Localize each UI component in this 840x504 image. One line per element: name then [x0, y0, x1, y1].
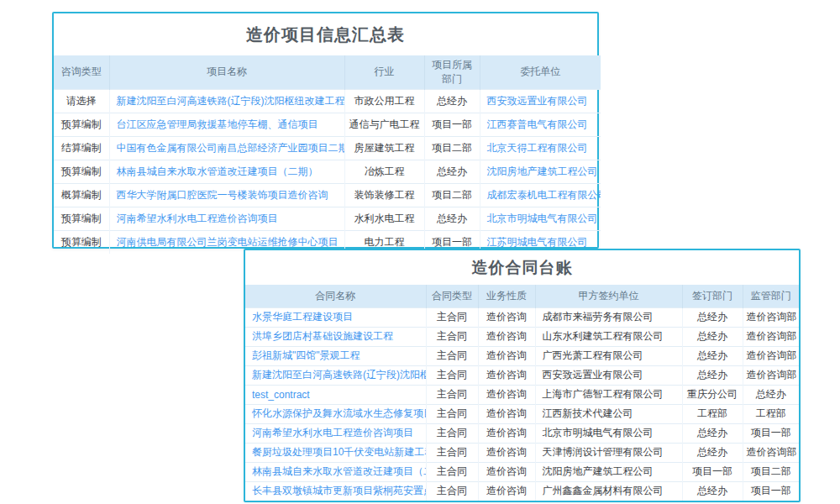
col-signing-dept: 签订部门 — [682, 285, 743, 307]
supervising-dept-cell: 造价咨询部 — [743, 327, 799, 346]
department-cell: 项目二部 — [424, 183, 480, 207]
contract-type-cell: 主合同 — [426, 404, 478, 423]
signing-dept-cell: 总经办 — [682, 346, 743, 365]
client-link[interactable]: 西安致远置业有限公司 — [480, 89, 601, 113]
contract-header-row: 合同名称合同类型业务性质甲方签约单位签订部门监管部门 — [245, 285, 799, 307]
summary-table-title: 造价项目信息汇总表 — [54, 13, 597, 55]
supervising-dept-cell: 造价咨询部 — [743, 346, 799, 365]
contract-name-link[interactable]: 河南希望水利水电工程造价咨询项目 — [245, 423, 426, 443]
contract-name-link[interactable]: 新建沈阳至白河高速铁路(辽宁段)沈阳枢纽 — [245, 365, 426, 385]
business-nature-cell: 造价咨询 — [478, 327, 535, 346]
industry-cell: 冶炼工程 — [344, 160, 424, 183]
signing-dept-cell: 总经办 — [682, 481, 743, 501]
contract-type-cell: 主合同 — [426, 443, 478, 462]
consult-type-select[interactable]: 结算编制 — [54, 136, 109, 160]
client-link[interactable]: 北京天得工程有限公司 — [480, 136, 601, 160]
supervising-dept-cell: 工程部 — [743, 404, 799, 423]
table-row: 概算编制西华大学附属口腔医院一号楼装饰项目造价咨询装饰装修工程项目二部成都宏泰机… — [54, 183, 601, 207]
contract-type-cell: 主合同 — [426, 327, 478, 346]
party-a-cell: 山东水利建筑工程有限公司 — [535, 327, 682, 346]
project-name-link[interactable]: 中国有色金属有限公司南昌总部经济产业园项目二期 — [109, 136, 344, 160]
table-row: 彭祖新城"四馆"景观工程主合同造价咨询广西光萧工程有限公司总经办造价咨询部 — [245, 346, 799, 365]
party-a-cell: 广州鑫鑫金属材料有限公司 — [535, 481, 682, 501]
department-cell: 项目二部 — [424, 136, 480, 160]
client-link[interactable]: 北京市明城电气有限公司 — [480, 207, 601, 230]
signing-dept-cell: 重庆分公司 — [682, 385, 743, 404]
signing-dept-cell: 总经办 — [682, 365, 743, 385]
table-row: 预算编制河南希望水利水电工程造价咨询项目水利水电工程总经办北京市明城电气有限公司 — [54, 207, 601, 230]
table-row: 林南县城自来水取水管道改迁建项目（二期主合同造价咨询沈阳房地产建筑工程公司项目一… — [245, 462, 799, 481]
contract-type-cell: 主合同 — [426, 385, 478, 404]
contract-ledger-panel: 造价合同台账 合同名称合同类型业务性质甲方签约单位签订部门监管部门 水景华庭工程… — [244, 249, 801, 502]
business-nature-cell: 造价咨询 — [478, 346, 535, 365]
table-row: 预算编制林南县城自来水取水管道改迁建项目（二期）冶炼工程总经办沈阳房地产建筑工程… — [54, 160, 601, 183]
industry-cell: 通信与广电工程 — [344, 113, 424, 136]
summary-table-body: 请选择新建沈阳至白河高速铁路(辽宁段)沈阳枢纽改建工程市政公用工程总经办西安致远… — [54, 89, 601, 254]
col-consult-type: 咨询类型 — [54, 55, 109, 89]
contract-type-cell: 主合同 — [426, 423, 478, 443]
project-name-link[interactable]: 河南希望水利水电工程造价咨询项目 — [109, 207, 344, 230]
contract-table-body: 水景华庭工程建设项目主合同造价咨询成都市来福劳务有限公司总经办造价咨询部洪埠乡团… — [245, 307, 799, 501]
department-cell: 项目一部 — [424, 113, 480, 136]
signing-dept-cell: 总经办 — [682, 327, 743, 346]
business-nature-cell: 造价咨询 — [478, 365, 535, 385]
table-row: 餐厨垃圾处理项目10千伏变电站新建工程主合同造价咨询天津博润设计管理有限公司总经… — [245, 443, 799, 462]
project-name-link[interactable]: 新建沈阳至白河高速铁路(辽宁段)沈阳枢纽改建工程 — [109, 89, 344, 113]
contract-ledger-title: 造价合同台账 — [245, 250, 799, 285]
col-project-name: 项目名称 — [109, 55, 344, 89]
project-name-link[interactable]: 西华大学附属口腔医院一号楼装饰项目造价咨询 — [109, 183, 344, 207]
client-link[interactable]: 沈阳房地产建筑工程公司 — [480, 160, 601, 183]
col-contract-type: 合同类型 — [426, 285, 478, 307]
client-link[interactable]: 成都宏泰机电工程有限公司 — [480, 183, 601, 207]
consult-type-select[interactable]: 预算编制 — [54, 230, 109, 254]
col-supervising-dept: 监管部门 — [743, 285, 799, 307]
col-industry: 行业 — [344, 55, 424, 89]
contract-type-cell: 主合同 — [426, 365, 478, 385]
department-cell: 总经办 — [424, 160, 480, 183]
col-business-nature: 业务性质 — [478, 285, 535, 307]
contract-name-link[interactable]: 长丰县双墩镇城市更新项目紫桐苑安置点 — [245, 481, 426, 501]
table-row: 怀化水源保护及舞水流域水生态修复项目合主合同造价咨询江西新技术代建公司工程部工程… — [245, 404, 799, 423]
summary-table-panel: 造价项目信息汇总表 咨询类型项目名称行业项目所属部门委托单位 请选择新建沈阳至白… — [52, 12, 599, 249]
supervising-dept-cell: 项目一部 — [743, 423, 799, 443]
consult-type-select[interactable]: 预算编制 — [54, 160, 109, 183]
industry-cell: 房屋建筑工程 — [344, 136, 424, 160]
consult-type-select[interactable]: 请选择 — [54, 89, 109, 113]
summary-table: 咨询类型项目名称行业项目所属部门委托单位 请选择新建沈阳至白河高速铁路(辽宁段)… — [54, 55, 601, 254]
client-link[interactable]: 江西赛普电气有限公司 — [480, 113, 601, 136]
contract-type-cell: 主合同 — [426, 462, 478, 481]
department-cell: 总经办 — [424, 89, 480, 113]
table-row: 预算编制台江区应急管理局救援基地停车棚、通信项目通信与广电工程项目一部江西赛普电… — [54, 113, 601, 136]
consult-type-select[interactable]: 预算编制 — [54, 113, 109, 136]
business-nature-cell: 造价咨询 — [478, 385, 535, 404]
industry-cell: 市政公用工程 — [344, 89, 424, 113]
contract-name-link[interactable]: test_contract — [245, 385, 426, 404]
business-nature-cell: 造价咨询 — [478, 404, 535, 423]
supervising-dept-cell: 项目一部 — [743, 481, 799, 501]
contract-name-link[interactable]: 餐厨垃圾处理项目10千伏变电站新建工程 — [245, 443, 426, 462]
party-a-cell: 江西新技术代建公司 — [535, 404, 682, 423]
table-row: 结算编制中国有色金属有限公司南昌总部经济产业园项目二期房屋建筑工程项目二部北京天… — [54, 136, 601, 160]
contract-name-link[interactable]: 林南县城自来水取水管道改迁建项目（二期 — [245, 462, 426, 481]
contract-name-link[interactable]: 怀化水源保护及舞水流域水生态修复项目合 — [245, 404, 426, 423]
signing-dept-cell: 总经办 — [682, 423, 743, 443]
party-a-cell: 天津博润设计管理有限公司 — [535, 443, 682, 462]
col-department: 项目所属部门 — [424, 55, 480, 89]
table-row: 新建沈阳至白河高速铁路(辽宁段)沈阳枢纽主合同造价咨询西安致远置业有限公司总经办… — [245, 365, 799, 385]
consult-type-select[interactable]: 预算编制 — [54, 207, 109, 230]
consult-type-select[interactable]: 概算编制 — [54, 183, 109, 207]
col-client: 委托单位 — [480, 55, 601, 89]
contract-name-link[interactable]: 洪埠乡团店村基础设施建设工程 — [245, 327, 426, 346]
contract-ledger-table: 合同名称合同类型业务性质甲方签约单位签订部门监管部门 水景华庭工程建设项目主合同… — [245, 285, 799, 501]
project-name-link[interactable]: 台江区应急管理局救援基地停车棚、通信项目 — [109, 113, 344, 136]
table-row: test_contract主合同造价咨询上海市广德智工程有限公司重庆分公司总经办 — [245, 385, 799, 404]
contract-name-link[interactable]: 水景华庭工程建设项目 — [245, 307, 426, 327]
party-a-cell: 北京市明城电气有限公司 — [535, 423, 682, 443]
contract-name-link[interactable]: 彭祖新城"四馆"景观工程 — [245, 346, 426, 365]
project-name-link[interactable]: 林南县城自来水取水管道改迁建项目（二期） — [109, 160, 344, 183]
signing-dept-cell: 总经办 — [682, 443, 743, 462]
party-a-cell: 西安致远置业有限公司 — [535, 365, 682, 385]
contract-type-cell: 主合同 — [426, 481, 478, 501]
business-nature-cell: 造价咨询 — [478, 307, 535, 327]
signing-dept-cell: 项目一部 — [682, 462, 743, 481]
